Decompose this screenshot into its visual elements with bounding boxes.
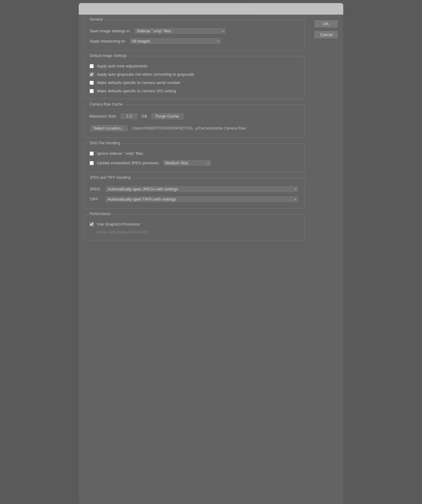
apply-sharpening-label: Apply sharpening to: [90, 39, 126, 43]
main-content: General Save image settings in: Sidecar … [84, 20, 338, 240]
default-image-section: Default Image Settings Apply auto tone a… [84, 56, 305, 99]
camera-iso-checkbox[interactable] [90, 89, 94, 93]
camera-serial-label: Make defaults specific to camera serial … [97, 80, 181, 85]
cache-content: Maximum Size: 1.0 GB Purge Cache Select … [90, 112, 299, 132]
jpeg-label: JPEG: [90, 187, 105, 191]
tiff-label: TIFF: [90, 197, 105, 202]
jpeg-tiff-section: JPEG and TIFF Handling JPEG: Automatical… [84, 178, 305, 209]
save-image-row: Save image settings in: Sidecar ".xmp" f… [90, 27, 299, 34]
update-jpeg-row: Update embedded JPEG previews: Medium Si… [90, 159, 299, 166]
default-image-content: Apply auto tone adjustments Apply auto g… [90, 64, 299, 93]
save-image-label: Save image settings in: [90, 29, 131, 33]
jpeg-tiff-content: JPEG: Automatically open JPEGs with sett… [90, 186, 299, 203]
dialog-body: OK Cancel General Save image settings in… [79, 15, 343, 251]
ok-cancel-area: OK Cancel [314, 20, 338, 39]
location-row: Select Location... /Users/ROBERTOFARRENP… [90, 124, 299, 132]
performance-section: Performance Use Graphics Processor Metal… [84, 214, 305, 240]
dialog: Camera Raw Preferences (Version 9.12.0.7… [79, 3, 343, 504]
jpeg-preview-select[interactable]: Medium Size [162, 159, 212, 166]
jpeg-select[interactable]: Automatically open JPEGs with settings [105, 186, 299, 193]
auto-grayscale-checkbox[interactable] [90, 72, 94, 77]
camera-serial-row: Make defaults specific to camera serial … [90, 80, 299, 85]
update-jpeg-checkbox[interactable] [90, 161, 94, 165]
ignore-sidecar-checkbox[interactable] [90, 151, 94, 156]
gpu-info: Metal: AMD Radeon R9 M370X [90, 230, 299, 234]
save-image-select[interactable]: Sidecar ".xmp" files [134, 27, 226, 34]
title-bar: Camera Raw Preferences (Version 9.12.0.7… [79, 3, 343, 15]
auto-tone-label: Apply auto tone adjustments [97, 64, 147, 68]
use-gpu-label: Use Graphics Processor [97, 222, 140, 226]
jpeg-select-wrapper: Automatically open JPEGs with settings [105, 186, 299, 193]
tiff-row: TIFF: Automatically open TIFFs with sett… [90, 196, 299, 203]
purge-cache-button[interactable]: Purge Cache [150, 112, 184, 120]
auto-tone-checkbox[interactable] [90, 64, 94, 68]
performance-content: Use Graphics Processor Metal: AMD Radeon… [90, 222, 299, 234]
camera-iso-label: Make defaults specific to camera ISO set… [97, 89, 176, 93]
window-title: Camera Raw Preferences (Version 9.12.0.7… [169, 7, 253, 11]
camera-serial-checkbox[interactable] [90, 81, 94, 85]
cache-section: Camera Raw Cache Maximum Size: 1.0 GB Pu… [84, 105, 305, 138]
update-jpeg-label: Update embedded JPEG previews: [97, 161, 159, 165]
tiff-select[interactable]: Automatically open TIFFs with settings [105, 196, 299, 203]
size-unit: GB [141, 114, 147, 118]
use-gpu-checkbox[interactable] [90, 222, 94, 226]
general-title: General [88, 17, 105, 22]
general-section: General Save image settings in: Sidecar … [84, 20, 305, 50]
performance-title: Performance [88, 212, 113, 216]
use-gpu-row: Use Graphics Processor [90, 222, 299, 226]
camera-iso-row: Make defaults specific to camera ISO set… [90, 89, 299, 93]
auto-grayscale-row: Apply auto grayscale mix when converting… [90, 72, 299, 77]
auto-grayscale-label: Apply auto grayscale mix when converting… [97, 72, 194, 77]
jpeg-tiff-title: JPEG and TIFF Handling [88, 175, 133, 180]
tiff-select-wrapper: Automatically open TIFFs with settings [105, 196, 299, 203]
jpeg-row: JPEG: Automatically open JPEGs with sett… [90, 186, 299, 193]
general-content: Save image settings in: Sidecar ".xmp" f… [90, 27, 299, 45]
save-image-select-wrapper: Sidecar ".xmp" files [134, 27, 226, 34]
dng-title: DNG File Handling [88, 141, 122, 145]
jpeg-preview-select-wrapper: Medium Size [162, 159, 212, 166]
max-size-label: Maximum Size: [90, 114, 117, 118]
location-path: /Users/ROBERTOFARRENPHOTOG...y/Caches/Ad… [132, 126, 246, 130]
max-size-input[interactable]: 1.0 [120, 113, 138, 120]
dng-content: Ignore sidecar ".xmp" files Update embed… [90, 151, 299, 166]
ignore-sidecar-label: Ignore sidecar ".xmp" files [97, 151, 143, 156]
apply-sharpening-select[interactable]: All images [129, 38, 221, 45]
apply-sharpening-row: Apply sharpening to: All images [90, 38, 299, 45]
auto-tone-row: Apply auto tone adjustments [90, 64, 299, 68]
select-location-button[interactable]: Select Location... [90, 124, 128, 132]
cache-size-row: Maximum Size: 1.0 GB Purge Cache [90, 112, 299, 120]
default-image-title: Default Image Settings [88, 54, 129, 58]
apply-sharpening-select-wrapper: All images [129, 38, 221, 45]
cache-title: Camera Raw Cache [88, 102, 125, 106]
cancel-button[interactable]: Cancel [314, 30, 338, 39]
ignore-sidecar-row: Ignore sidecar ".xmp" files [90, 151, 299, 156]
ok-button[interactable]: OK [314, 20, 338, 28]
dng-section: DNG File Handling Ignore sidecar ".xmp" … [84, 143, 305, 172]
